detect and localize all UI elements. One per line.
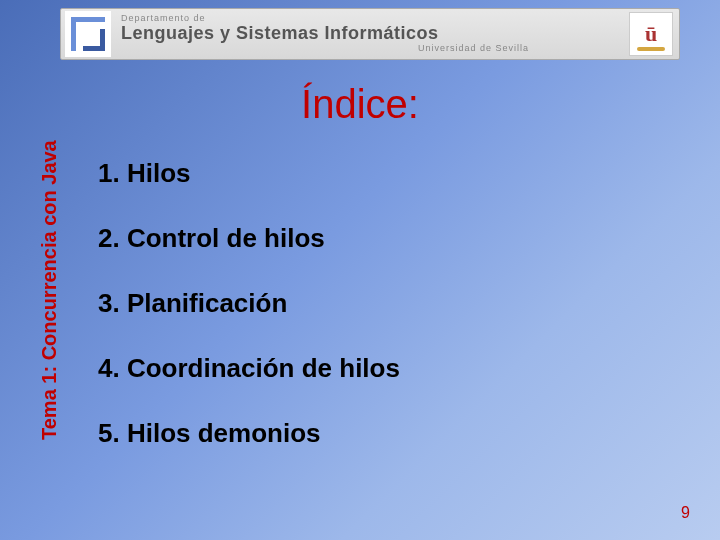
- university-logo-letter: ū: [645, 21, 657, 47]
- university-line: Universidad de Sevilla: [121, 44, 629, 54]
- university-logo: ū: [629, 12, 673, 56]
- dept-logo-shape: [71, 17, 105, 51]
- list-item: 1. Hilos: [98, 158, 680, 189]
- list-item: 2. Control de hilos: [98, 223, 680, 254]
- slide-title: Índice:: [0, 82, 720, 127]
- header-text-block: Departamento de Lenguajes y Sistemas Inf…: [111, 14, 629, 54]
- dept-main-line: Lenguajes y Sistemas Informáticos: [121, 24, 629, 44]
- list-item: 5. Hilos demonios: [98, 418, 680, 449]
- page-number: 9: [681, 504, 690, 522]
- index-list: 1. Hilos 2. Control de hilos 3. Planific…: [98, 158, 680, 483]
- sidebar-label: Tema 1: Concurrencia con Java: [38, 140, 61, 440]
- list-item: 4. Coordinación de hilos: [98, 353, 680, 384]
- list-item: 3. Planificación: [98, 288, 680, 319]
- header-bar: Departamento de Lenguajes y Sistemas Inf…: [60, 8, 680, 60]
- dept-logo: [65, 11, 111, 57]
